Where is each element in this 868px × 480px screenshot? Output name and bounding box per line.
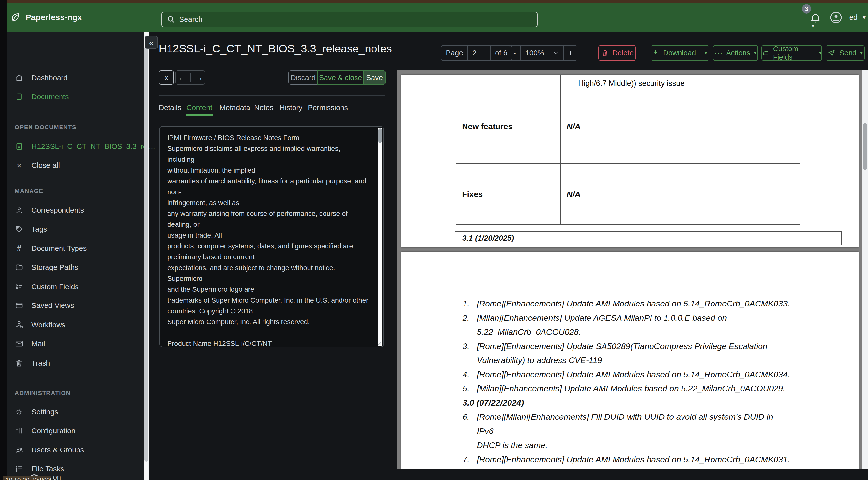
- tab-metadata[interactable]: Metadata: [219, 102, 250, 114]
- sidebar-item-label: Mail: [31, 339, 45, 348]
- pdf-version-label: 3.1 (1/20/2025): [462, 234, 514, 243]
- save-button-group: Discard Save & close Save: [288, 70, 386, 85]
- top-navbar: Paperless-ngx 3 ▾: [7, 3, 868, 32]
- close-document-button[interactable]: x: [159, 70, 174, 85]
- sidebar-item-file-tasks[interactable]: File Tasks: [15, 463, 138, 474]
- chevron-down-icon: [553, 50, 559, 56]
- previous-doc-button[interactable]: ←: [174, 73, 190, 82]
- task-list-icon: [15, 464, 24, 473]
- actions-label: Actions: [726, 49, 750, 57]
- send-caret: ▾: [860, 50, 863, 56]
- trash-icon: [600, 49, 609, 57]
- pdf-page-1: High/6.7 Middle)) security issue New fea…: [401, 74, 859, 247]
- sidebar-item-documents[interactable]: Documents: [15, 91, 138, 102]
- pdf-scrollbar-thumb[interactable]: [863, 123, 867, 170]
- documents-icon: [15, 92, 24, 101]
- textarea-scrollbar-thumb[interactable]: [378, 128, 382, 143]
- page-label: Page: [441, 46, 467, 60]
- gear-icon: [15, 408, 24, 416]
- sidebar-item-label: Configuration: [31, 427, 75, 435]
- sidebar-item-documentation-partial[interactable]: on: [53, 473, 61, 480]
- brand[interactable]: Paperless-ngx: [10, 3, 82, 32]
- user-menu-caret-icon[interactable]: ▾: [863, 14, 866, 21]
- list-item: 2.[Milan][Enhancements] Update AGESA Mil…: [463, 311, 790, 339]
- sidebar-open-document[interactable]: H12SSL-i_C_CT_NT_BIOS_3.3_rel...: [15, 141, 138, 152]
- sidebar-item-label: Trash: [31, 359, 50, 367]
- sidebar-item-mail[interactable]: Mail: [15, 338, 138, 349]
- tab-permissions[interactable]: Permissions: [308, 102, 348, 114]
- sidebar-item-label: Custom Fields: [31, 282, 79, 291]
- sidebar-item-custom-fields[interactable]: Custom Fields: [15, 281, 138, 292]
- actions-button[interactable]: ⋯ Actions ▾: [713, 45, 758, 61]
- sidebar-item-saved-views[interactable]: Saved Views: [15, 300, 138, 311]
- sidebar-close-all[interactable]: × Close all: [15, 160, 138, 171]
- next-doc-button[interactable]: →: [190, 73, 208, 82]
- sidebar-item-label: Dashboard: [31, 73, 68, 82]
- list-item: 1.[Rome][Enhancements] Update AMI Module…: [463, 297, 790, 311]
- sidebar-item-workflows[interactable]: Workflows: [15, 320, 138, 330]
- pdf-change-list: 1.[Rome][Enhancements] Update AMI Module…: [456, 295, 800, 469]
- sidebar-collapse-button[interactable]: «: [145, 36, 158, 49]
- hash-icon: #: [15, 244, 24, 253]
- delete-label: Delete: [612, 49, 634, 57]
- sidebar-item-storage-paths[interactable]: Storage Paths: [15, 262, 138, 273]
- content-textarea-wrap: IPMI Firmware / BIOS Release Notes Form …: [159, 126, 384, 347]
- sidebar-item-label: Storage Paths: [31, 263, 78, 271]
- tab-history[interactable]: History: [279, 102, 302, 114]
- custom-fields-icon: [15, 282, 24, 291]
- brand-name: Paperless-ngx: [26, 13, 82, 22]
- sidebar-item-correspondents[interactable]: Correspondents: [15, 205, 138, 216]
- pdf-row-label: New features: [462, 122, 513, 131]
- delete-button[interactable]: Delete: [598, 45, 636, 61]
- pdf-row-label: Fixes: [462, 190, 483, 199]
- list-item: 4.[Rome][Enhancements] Update AMI Module…: [463, 367, 790, 382]
- sidebar-item-settings[interactable]: Settings: [15, 407, 138, 417]
- zoom-out-button[interactable]: -: [509, 46, 520, 60]
- discard-button[interactable]: Discard: [288, 70, 317, 85]
- download-caret[interactable]: ▾: [703, 50, 709, 56]
- person-icon: [15, 206, 24, 215]
- sidebar-item-document-types[interactable]: # Document Types: [15, 243, 138, 254]
- content-textarea[interactable]: IPMI Firmware / BIOS Release Notes Form …: [160, 126, 383, 347]
- sidebar-item-dashboard[interactable]: Dashboard: [15, 72, 138, 83]
- download-label: Download: [663, 49, 696, 57]
- send-label: Send: [839, 49, 857, 57]
- user-avatar[interactable]: [829, 11, 843, 24]
- list-item: 6.[Rome][Milan][Enhancements] Fill DUID …: [463, 410, 790, 452]
- zoom-in-button[interactable]: +: [563, 46, 577, 60]
- tag-icon: [15, 225, 24, 234]
- search-input[interactable]: [179, 15, 532, 24]
- sidebar-item-tags[interactable]: Tags: [15, 224, 138, 235]
- list-item: 8.[Rome][Enhancements] Update AMI Module…: [463, 467, 790, 469]
- notifications-button[interactable]: 3 ▾: [806, 8, 823, 27]
- global-search[interactable]: [161, 12, 537, 27]
- pdf-preview-pane[interactable]: High/6.7 Middle)) security issue New fea…: [397, 70, 868, 469]
- username[interactable]: ed: [849, 13, 858, 22]
- trash-icon: [15, 359, 24, 367]
- tab-notes[interactable]: Notes: [254, 102, 273, 114]
- actions-caret: ▾: [754, 50, 756, 56]
- save-and-close-button[interactable]: Save & close: [317, 70, 364, 85]
- pdf-row-value: N/A: [567, 190, 581, 199]
- zoom-select[interactable]: 100%: [520, 46, 563, 60]
- save-button[interactable]: Save: [364, 70, 386, 85]
- download-split-button[interactable]: Download ▾: [651, 45, 709, 61]
- page-number-input[interactable]: 2: [467, 46, 490, 60]
- sidebar-item-users-groups[interactable]: Users & Groups: [15, 445, 138, 455]
- send-button[interactable]: Send ▾: [826, 45, 865, 61]
- sidebar-item-trash[interactable]: Trash: [15, 358, 138, 368]
- textarea-scrollbar[interactable]: [378, 127, 382, 346]
- tab-content[interactable]: Content: [186, 102, 212, 114]
- tab-details[interactable]: Details: [159, 102, 181, 114]
- close-all-label: Close all: [31, 161, 60, 170]
- sidebar: Dashboard Documents OPEN DOCUMENTS H12SS…: [7, 32, 144, 480]
- custom-fields-button[interactable]: Custom Fields ▾: [762, 45, 822, 61]
- resize-grip-icon[interactable]: [375, 339, 382, 346]
- sidebar-scrollbar-thumb[interactable]: [145, 47, 148, 461]
- pdf-page-2: 1.[Rome][Enhancements] Update AMI Module…: [401, 251, 859, 469]
- open-document-label: H12SSL-i_C_CT_NT_BIOS_3.3_rel...: [31, 142, 155, 151]
- sidebar-item-configuration[interactable]: Configuration: [15, 425, 138, 436]
- administration-header: ADMINISTRATION: [15, 390, 71, 396]
- open-documents-header: OPEN DOCUMENTS: [15, 124, 76, 131]
- sidebar-item-label: Documents: [31, 93, 69, 101]
